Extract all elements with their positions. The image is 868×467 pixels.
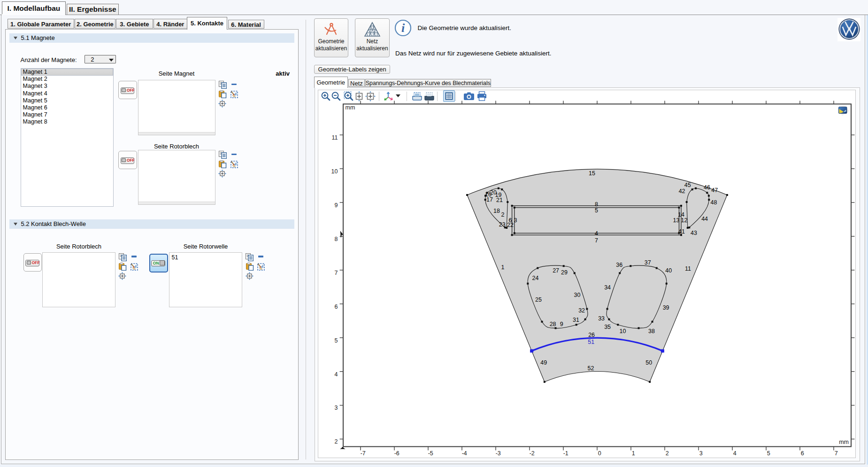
svg-text:22: 22 [507, 222, 514, 228]
svg-text:8: 8 [595, 201, 598, 208]
svg-text:6: 6 [335, 304, 338, 310]
svg-text:4: 4 [595, 230, 598, 237]
svg-text:18: 18 [493, 208, 500, 214]
svg-text:10: 10 [331, 168, 338, 175]
svg-text:3: 3 [699, 450, 703, 457]
svg-text:42: 42 [679, 188, 685, 195]
svg-text:15: 15 [589, 170, 595, 177]
svg-text:38: 38 [648, 328, 655, 335]
svg-text:2: 2 [501, 211, 505, 218]
svg-text:-5: -5 [428, 450, 433, 457]
svg-text:47: 47 [711, 187, 718, 194]
svg-text:7: 7 [335, 270, 338, 276]
svg-text:51: 51 [588, 339, 594, 345]
svg-text:48: 48 [711, 199, 717, 206]
svg-text:41: 41 [678, 228, 685, 235]
svg-text:34: 34 [604, 284, 611, 291]
svg-text:23: 23 [499, 221, 506, 228]
svg-text:4: 4 [335, 371, 338, 378]
svg-text:3: 3 [514, 217, 517, 224]
svg-text:-7: -7 [361, 450, 366, 457]
svg-text:10: 10 [619, 328, 626, 335]
svg-text:7: 7 [835, 450, 838, 457]
svg-text:4: 4 [733, 450, 737, 457]
svg-text:-2: -2 [530, 450, 535, 457]
svg-text:11: 11 [685, 265, 691, 272]
svg-text:17: 17 [486, 196, 493, 203]
svg-text:1: 1 [632, 450, 635, 457]
svg-text:7: 7 [595, 237, 598, 244]
svg-text:26: 26 [588, 332, 595, 338]
svg-text:35: 35 [604, 324, 611, 330]
svg-text:9: 9 [560, 321, 563, 327]
svg-text:43: 43 [691, 230, 697, 236]
svg-text:13: 13 [673, 217, 680, 224]
svg-text:i: i [401, 21, 405, 35]
svg-text:-1: -1 [563, 450, 568, 457]
svg-text:39: 39 [663, 304, 669, 311]
svg-text:46: 46 [704, 184, 710, 191]
svg-text:3: 3 [335, 405, 338, 411]
svg-text:2: 2 [335, 438, 338, 445]
svg-text:-3: -3 [496, 450, 501, 457]
svg-text:11: 11 [332, 134, 338, 141]
svg-text:31: 31 [573, 317, 579, 323]
svg-text:2: 2 [666, 450, 669, 457]
svg-text:-6: -6 [394, 450, 399, 457]
svg-text:mm: mm [346, 104, 355, 111]
svg-text:30: 30 [574, 292, 580, 298]
svg-text:9: 9 [335, 202, 338, 209]
svg-text:36: 36 [616, 262, 622, 268]
svg-text:52: 52 [588, 365, 594, 372]
svg-text:44: 44 [701, 216, 708, 222]
svg-text:49: 49 [540, 359, 547, 366]
svg-text:27: 27 [553, 267, 559, 274]
svg-text:5: 5 [767, 450, 770, 457]
svg-text:6: 6 [801, 450, 804, 457]
svg-text:21: 21 [496, 197, 503, 203]
svg-text:-4: -4 [462, 450, 467, 457]
svg-text:5: 5 [335, 337, 338, 344]
svg-text:8: 8 [335, 236, 338, 242]
svg-text:12: 12 [681, 217, 687, 224]
svg-text:28: 28 [550, 321, 556, 327]
svg-text:0: 0 [598, 450, 601, 457]
svg-text:5: 5 [595, 207, 598, 214]
svg-text:40: 40 [665, 267, 672, 274]
svg-text:24: 24 [532, 275, 538, 281]
svg-text:29: 29 [561, 269, 568, 276]
svg-text:45: 45 [684, 182, 691, 188]
svg-text:33: 33 [598, 315, 605, 322]
svg-text:1: 1 [501, 264, 504, 271]
svg-text:25: 25 [535, 296, 542, 303]
svg-text:32: 32 [578, 307, 585, 314]
svg-text:50: 50 [645, 359, 652, 366]
svg-text:mm: mm [839, 439, 849, 445]
svg-text:37: 37 [645, 259, 651, 266]
